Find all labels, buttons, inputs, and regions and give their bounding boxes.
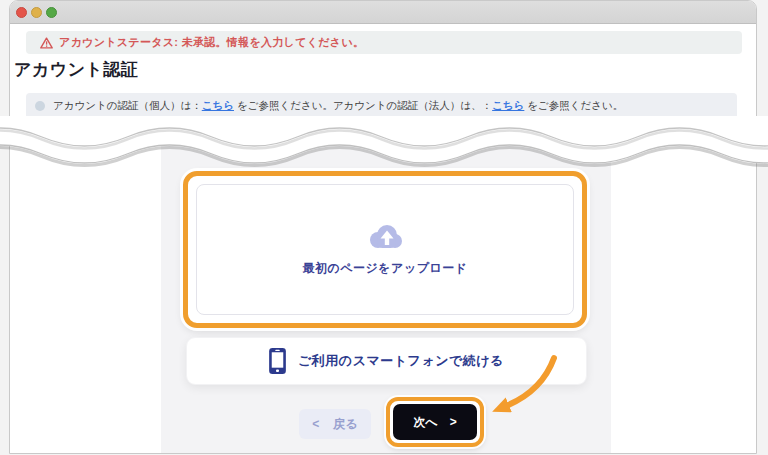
back-chevron: < (312, 417, 319, 431)
upload-dropzone[interactable]: 最初のページをアップロード (196, 184, 574, 315)
upload-dropzone-highlight: 最初のページをアップロード (183, 171, 587, 328)
info-text-part3: をご参照ください。 (524, 99, 623, 111)
next-chevron: > (450, 415, 457, 429)
next-button-highlight: 次へ > (386, 397, 484, 447)
next-label: 次へ (413, 414, 437, 431)
window-titlebar (10, 1, 756, 24)
info-bar: アカウントの認証（個人）は：こちら をご参照ください。アカウントの認証（法人）は… (26, 93, 737, 119)
hojin-kochira-link[interactable]: こちら (492, 99, 524, 111)
continue-on-smartphone-button[interactable]: ご利用のスマートフォンで続ける (186, 337, 587, 385)
info-dot-icon (35, 101, 45, 111)
minimize-button[interactable] (31, 7, 42, 18)
close-button[interactable] (16, 7, 27, 18)
back-label: 戻る (333, 416, 357, 433)
page-title: アカウント認証 (14, 58, 139, 81)
next-button[interactable]: 次へ > (393, 404, 477, 440)
upload-label: 最初のページをアップロード (302, 260, 467, 277)
back-button[interactable]: < 戻る (299, 409, 371, 439)
account-status-alert: アカウントステータス: 未承認。情報を入力してください。 (26, 31, 742, 54)
smartphone-button-label: ご利用のスマートフォンで続ける (298, 352, 504, 370)
cloud-upload-icon (365, 223, 405, 251)
zoom-button[interactable] (46, 7, 57, 18)
warning-triangle-icon (40, 37, 53, 49)
smartphone-icon (269, 348, 286, 374)
info-text: アカウントの認証（個人）は：こちら をご参照ください。アカウントの認証（法人）は… (53, 99, 623, 113)
info-text-part1: アカウントの認証（個人）は： (53, 99, 202, 111)
kojin-kochira-link[interactable]: こちら (202, 99, 234, 111)
alert-text: アカウントステータス: 未承認。情報を入力してください。 (59, 35, 364, 50)
info-text-part2: をご参照ください。アカウントの認証（法人）は、： (234, 99, 492, 111)
